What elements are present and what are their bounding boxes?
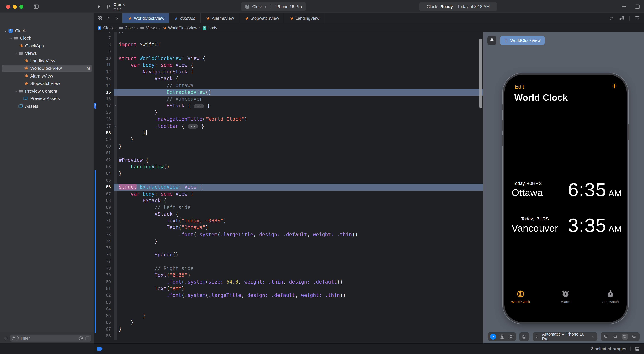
zoom-window-button[interactable] <box>20 5 24 9</box>
source-control-status-icon[interactable] <box>85 336 90 340</box>
code-line-86[interactable]: 86 } <box>94 319 483 326</box>
add-city-button[interactable]: + <box>612 80 618 92</box>
code-line-17[interactable]: 17› HStack { } <box>94 102 483 109</box>
code-line-71[interactable]: 71 Text("Today, +0HRS") <box>94 218 483 224</box>
sidebar-item-assets[interactable]: Assets <box>2 102 92 110</box>
run-destination-picker[interactable]: Clock › iPhone 16 Pro <box>241 2 306 11</box>
code-line-88[interactable]: 88 <box>94 333 483 339</box>
code-line-64[interactable]: 64} <box>94 170 483 177</box>
tab-landingview[interactable]: LandingView <box>284 14 324 23</box>
add-file-plus-icon[interactable] <box>3 336 8 340</box>
related-items-grid-icon[interactable] <box>97 16 102 21</box>
code-line-80[interactable]: 80 .font(.system(size: 64.0, weight: .th… <box>94 278 483 285</box>
code-line-69[interactable]: 69 // Left side <box>94 204 483 211</box>
code-line-63[interactable]: 63 LandingView() <box>94 163 483 170</box>
code-line-16[interactable]: 16 // Vancouver <box>94 96 483 102</box>
tab-worldclockview[interactable]: WorldClockView <box>122 14 169 23</box>
minimize-window-button[interactable] <box>13 5 17 9</box>
swap-editor-icon[interactable] <box>609 16 614 21</box>
code-line-59[interactable]: 59 } <box>94 136 483 143</box>
code-line-6[interactable]: 6// <box>94 32 483 35</box>
sidebar-item-worldclockview[interactable]: WorldClockViewM <box>2 65 92 72</box>
disclosure-chevron-icon[interactable]: ⌄ <box>4 29 8 33</box>
sidebar-item-clock[interactable]: ⌄Clock <box>2 27 92 34</box>
sidebar-item-clock[interactable]: ⌄Clock <box>2 34 92 42</box>
zoom-out-icon[interactable] <box>603 333 609 339</box>
code-line-37[interactable]: 37› .toolbar { } <box>94 123 483 129</box>
breadcrumb-worldclockview[interactable]: WorldClockView <box>162 26 197 30</box>
sidebar-item-views[interactable]: ⌄Views <box>2 50 92 57</box>
code-line-68[interactable]: 68 HStack { <box>94 197 483 204</box>
add-editor-plus-icon[interactable] <box>621 4 627 10</box>
code-line-70[interactable]: 70 VStack { <box>94 211 483 217</box>
code-line-14[interactable]: 14 // Ottawa <box>94 82 483 89</box>
pin-preview-button[interactable] <box>487 36 496 45</box>
editor-scrollbar[interactable] <box>479 39 482 108</box>
code-line-65[interactable]: 65 <box>94 177 483 184</box>
code-line-85[interactable]: 85 } <box>94 312 483 319</box>
activity-viewer[interactable]: Clock: Ready Today at 8:18 AM <box>419 2 497 11</box>
code-line-81[interactable]: 81 Text("AM") <box>94 285 483 292</box>
close-window-button[interactable] <box>6 5 10 9</box>
sidebar-item-preview-content[interactable]: ⌄Preview Content <box>2 87 92 95</box>
code-line-8[interactable]: 8import SwiftUI <box>94 42 483 48</box>
sidebar-item-clockapp[interactable]: ClockApp <box>2 42 92 50</box>
toggle-debug-area-icon[interactable] <box>634 346 640 351</box>
disclosure-chevron-icon[interactable]: ⌄ <box>9 36 13 41</box>
filter-input[interactable]: Filter <box>10 334 91 341</box>
breadcrumb-clock[interactable]: Clock <box>97 26 113 30</box>
code-line-79[interactable]: 79 Text("6:35") <box>94 272 483 278</box>
breadcrumb-views[interactable]: Views <box>140 26 157 30</box>
fold-arrow-icon[interactable]: › <box>114 123 116 129</box>
toggle-left-sidebar-icon[interactable] <box>33 3 39 10</box>
scheme-breadcrumb[interactable]: Clock main <box>106 2 125 11</box>
code-line-76[interactable]: 76 Spacer() <box>94 251 483 258</box>
breakpoint-indicator[interactable] <box>97 347 103 351</box>
code-line-77[interactable]: 77 <box>94 258 483 265</box>
folded-code-pill[interactable] <box>194 104 204 108</box>
code-line-67[interactable]: 67 var body: some View { <box>94 190 483 197</box>
source-editor[interactable]: 6//78import SwiftUI910struct WorldClockV… <box>94 32 483 343</box>
code-line-62[interactable]: 62#Preview { <box>94 157 483 163</box>
sidebar-item-alarmsview[interactable]: AlarmsView <box>2 72 92 80</box>
code-line-74[interactable]: 74 } <box>94 238 483 245</box>
split-editor-icon[interactable] <box>634 16 640 21</box>
code-line-75[interactable]: 75 <box>94 245 483 251</box>
edit-button[interactable]: Edit <box>514 84 524 90</box>
device-settings-toggles-icon[interactable] <box>522 334 527 339</box>
code-line-66[interactable]: 66struct ExtractedView: View { <box>94 184 483 190</box>
code-line-7[interactable]: 7 <box>94 35 483 41</box>
zoom-actual-size-icon[interactable] <box>612 333 618 339</box>
breadcrumb-clock[interactable]: Clock <box>118 26 135 30</box>
toggle-right-inspector-icon[interactable] <box>634 3 641 10</box>
folded-code-pill[interactable] <box>188 124 198 129</box>
code-line-83[interactable]: 83 <box>94 299 483 305</box>
tab-stopwatchview[interactable]: StopwatchView <box>239 14 284 23</box>
code-line-82[interactable]: 82 .font(.system(.largeTitle, design: .d… <box>94 292 483 299</box>
code-line-9[interactable]: 9 <box>94 48 483 55</box>
source-control-change-bar[interactable] <box>94 170 96 333</box>
code-line-35[interactable]: 35 } <box>94 109 483 116</box>
go-forward-chevron-icon[interactable] <box>115 16 119 21</box>
tab-stopwatch[interactable]: Stopwatch <box>598 289 622 304</box>
code-line-10[interactable]: 10struct WorldClockView: View { <box>94 55 483 62</box>
fold-arrow-icon[interactable]: › <box>114 102 116 109</box>
sidebar-item-landingview[interactable]: LandingView <box>2 57 92 65</box>
code-line-72[interactable]: 72 Text("Ottawa") <box>94 224 483 231</box>
code-line-15[interactable]: 15 ExtractedView() <box>94 89 483 96</box>
code-line-58[interactable]: 58 } <box>94 130 483 136</box>
fold-ribbon[interactable]: › <box>114 123 118 129</box>
sidebar-item-stopwatchview[interactable]: StopwatchView <box>2 80 92 87</box>
preview-target-tab[interactable]: WorldClockView <box>500 36 544 45</box>
code-line-73[interactable]: 73 .font(.system(.largeTitle, design: .d… <box>94 231 483 238</box>
tab-alarm[interactable]: Alarm <box>554 289 578 304</box>
code-line-12[interactable]: 12 NavigationStack { <box>94 69 483 75</box>
code-line-61[interactable]: 61 <box>94 150 483 157</box>
source-control-change-pill[interactable] <box>94 103 96 109</box>
variants-mode-icon[interactable] <box>508 334 514 339</box>
adjust-editor-options-icon[interactable] <box>619 16 624 21</box>
fold-ribbon[interactable]: › <box>114 102 118 109</box>
code-line-78[interactable]: 78 // Right side <box>94 265 483 272</box>
go-back-chevron-icon[interactable] <box>106 16 111 21</box>
recent-files-clock-icon[interactable] <box>78 336 83 340</box>
